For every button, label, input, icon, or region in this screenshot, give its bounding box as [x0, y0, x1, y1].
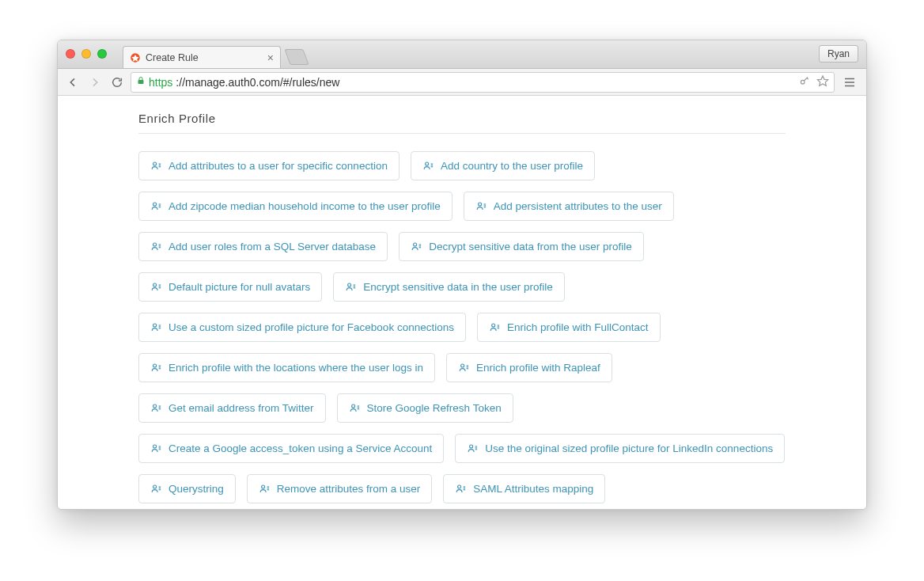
window-maximize-button[interactable]: [97, 49, 107, 59]
browser-window: Create Rule × Ryan https://manage.auth0.…: [57, 40, 867, 510]
user-icon: [150, 160, 162, 172]
titlebar: Create Rule × Ryan: [58, 40, 866, 69]
lock-icon: [136, 76, 146, 88]
url-path: ://manage.auth0.com/#/rules/new: [176, 76, 339, 89]
svg-point-24: [153, 243, 157, 246]
rule-template-card[interactable]: Use a custom sized profile picture for F…: [138, 313, 466, 342]
traffic-lights: [66, 49, 107, 59]
svg-point-56: [153, 404, 157, 408]
svg-point-40: [153, 324, 157, 327]
svg-point-44: [492, 324, 495, 327]
svg-rect-2: [138, 80, 144, 84]
rule-label: SAML Attributes mapping: [473, 483, 593, 495]
user-icon: [150, 200, 162, 212]
rule-template-card[interactable]: Use the original sized profile picture f…: [455, 434, 785, 463]
rule-template-card[interactable]: Default picture for null avatars: [138, 272, 322, 302]
rule-template-card[interactable]: Add user roles from a SQL Server databas…: [138, 232, 388, 261]
rule-template-card[interactable]: Add persistent attributes to the user: [464, 192, 674, 221]
svg-point-68: [470, 445, 473, 448]
rule-label: Decrypt sensitive data from the user pro…: [429, 241, 632, 253]
rule-label: Add country to the user profile: [441, 160, 583, 172]
rule-label: Default picture for null avatars: [169, 281, 310, 293]
url-protocol: https: [149, 76, 172, 89]
svg-point-3: [801, 80, 805, 84]
svg-point-76: [261, 485, 264, 488]
rule-template-card[interactable]: Querystring: [138, 474, 236, 503]
forward-button[interactable]: [86, 74, 104, 91]
rule-template-card[interactable]: Add country to the user profile: [411, 151, 595, 180]
tab-close-icon[interactable]: ×: [267, 51, 274, 64]
user-icon: [489, 321, 501, 333]
svg-point-60: [351, 404, 354, 408]
user-icon: [458, 362, 470, 374]
user-icon: [150, 442, 162, 454]
svg-point-20: [478, 203, 481, 206]
svg-point-8: [153, 162, 157, 165]
toolbar: https://manage.auth0.com/#/rules/new: [58, 69, 866, 96]
rule-label: Enrich profile with FullContact: [507, 321, 649, 333]
svg-point-48: [153, 364, 157, 367]
rule-label: Use a custom sized profile picture for F…: [169, 321, 454, 333]
rules-list: Add attributes to a user for specific co…: [138, 151, 786, 509]
rule-label: Enrich profile with Rapleaf: [476, 362, 600, 374]
svg-point-80: [458, 485, 461, 488]
bookmark-star-icon[interactable]: [816, 74, 829, 89]
user-icon: [150, 362, 162, 374]
rule-label: Encrypt sensitive data in the user profi…: [363, 281, 552, 293]
auth0-favicon-icon: [130, 52, 141, 63]
rule-label: Querystring: [169, 483, 224, 495]
rule-template-card[interactable]: Decrypt sensitive data from the user pro…: [399, 232, 644, 261]
svg-point-32: [153, 283, 157, 287]
reload-button[interactable]: [108, 74, 126, 91]
rule-label: Add zipcode median household income to t…: [169, 200, 441, 212]
rule-template-card[interactable]: Create a Google access_token using a Ser…: [138, 434, 444, 463]
user-label: Ryan: [827, 48, 850, 59]
rule-template-card[interactable]: Encrypt sensitive data in the user profi…: [333, 272, 564, 302]
rule-template-card[interactable]: Get email address from Twitter: [138, 393, 326, 423]
user-menu-button[interactable]: Ryan: [819, 45, 858, 63]
rule-template-card[interactable]: Add zipcode median household income to t…: [138, 192, 453, 221]
user-icon: [259, 483, 271, 495]
rule-label: Use the original sized profile picture f…: [485, 442, 773, 454]
page-content: Enrich Profile Add attributes to a user …: [58, 96, 866, 509]
rule-label: Add persistent attributes to the user: [494, 200, 662, 212]
address-bar[interactable]: https://manage.auth0.com/#/rules/new: [131, 72, 835, 93]
rule-label: Add user roles from a SQL Server databas…: [169, 241, 376, 253]
user-icon: [349, 402, 361, 414]
svg-point-12: [426, 162, 429, 165]
rule-template-card[interactable]: Enrich profile with Rapleaf: [446, 353, 612, 382]
menu-button[interactable]: [839, 72, 860, 93]
rule-template-card[interactable]: Add attributes to a user for specific co…: [138, 151, 400, 180]
rule-template-card[interactable]: SAML Attributes mapping: [443, 474, 605, 503]
rule-label: Store Google Refresh Token: [367, 402, 502, 414]
rule-label: Add attributes to a user for specific co…: [169, 160, 388, 172]
rule-label: Create a Google access_token using a Ser…: [169, 442, 432, 454]
section-title: Enrich Profile: [138, 112, 786, 134]
user-icon: [455, 483, 467, 495]
user-icon: [150, 321, 162, 333]
tab-title: Create Rule: [146, 52, 199, 63]
browser-tab[interactable]: Create Rule ×: [123, 46, 281, 68]
rule-template-card[interactable]: Store Google Refresh Token: [337, 393, 513, 423]
user-icon: [150, 281, 162, 293]
rule-label: Enrich profile with the locations where …: [169, 362, 423, 374]
user-icon: [150, 402, 162, 414]
back-button[interactable]: [64, 74, 81, 91]
svg-point-16: [153, 203, 157, 206]
user-icon: [345, 281, 357, 293]
window-minimize-button[interactable]: [81, 49, 91, 59]
user-icon: [411, 241, 422, 253]
svg-point-36: [348, 283, 351, 287]
svg-point-64: [153, 445, 157, 448]
new-tab-button[interactable]: [284, 49, 309, 65]
rule-template-card[interactable]: Remove attributes from a user: [247, 474, 433, 503]
user-icon: [422, 160, 434, 172]
user-icon: [150, 241, 162, 253]
rule-template-card[interactable]: Enrich profile with FullContact: [477, 313, 661, 342]
user-icon: [467, 442, 479, 454]
window-close-button[interactable]: [66, 49, 75, 59]
rule-template-card[interactable]: Enrich profile with the locations where …: [138, 353, 435, 382]
user-icon: [475, 200, 487, 212]
key-icon[interactable]: [799, 75, 810, 89]
svg-marker-4: [817, 76, 827, 85]
